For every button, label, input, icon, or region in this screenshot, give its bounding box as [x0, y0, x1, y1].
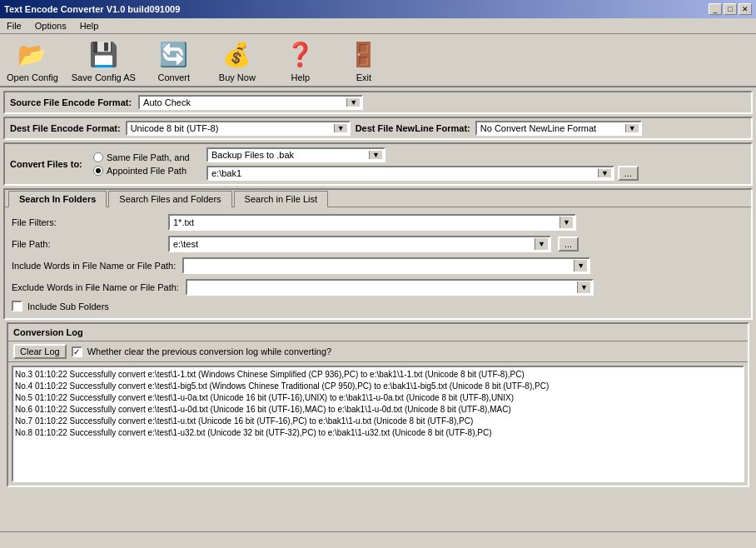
exit-button[interactable]: 🚪 Exit	[339, 37, 389, 82]
open-config-label: Open Config	[7, 72, 58, 82]
newline-format-combo[interactable]: No Convert NewLine Format ▼	[475, 121, 642, 136]
exclude-words-row: Exclude Words in File Name or File Path:…	[12, 279, 744, 296]
appointed-path-value: e:\bak1	[210, 168, 598, 178]
log-header: Conversion Log	[8, 324, 748, 341]
log-controls: Clear Log ✓ Whether clear the previous c…	[8, 341, 748, 362]
exit-label: Exit	[356, 72, 371, 82]
open-config-icon: 📂	[16, 37, 49, 71]
appointed-path-label: Appointed File Path	[107, 166, 187, 176]
menu-bar: File Options Help	[0, 18, 756, 34]
help-icon: ❓	[284, 37, 317, 71]
newline-format-value: No Convert NewLine Format	[479, 123, 625, 133]
file-filters-arrow[interactable]: ▼	[560, 217, 573, 228]
appointed-path-browse-button[interactable]: ...	[618, 166, 639, 181]
source-format-value: Auto Check	[142, 97, 346, 107]
convert-icon: 🔄	[157, 37, 191, 71]
include-words-label: Include Words in File Name or File Path:	[12, 261, 176, 271]
menu-help[interactable]: Help	[77, 20, 102, 32]
same-path-label: Same File Path, and	[107, 152, 190, 162]
file-filters-label: File Filters:	[12, 217, 162, 227]
status-bar	[0, 531, 756, 548]
main-content: Source File Encode Format: Auto Check ▼ …	[0, 87, 756, 491]
log-title: Conversion Log	[13, 327, 83, 337]
exclude-words-arrow[interactable]: ▼	[577, 281, 590, 293]
file-path-label: File Path:	[12, 239, 162, 249]
buy-now-button[interactable]: 💰 Buy Now	[212, 37, 262, 82]
appointed-path-option[interactable]: Appointed File Path	[93, 166, 201, 176]
window-title: Text Encode Converter V1.0 build091009	[4, 4, 180, 14]
exit-icon: 🚪	[347, 37, 380, 71]
log-entry: No.4 01:10:22 Successfully convert e:\te…	[15, 381, 741, 392]
file-path-row: File Path: e:\test ▼ ...	[12, 236, 744, 252]
dest-format-row: Dest File Encode Format: Unicode 8 bit (…	[3, 117, 753, 140]
log-entry: No.6 01:10:22 Successfully convert e:\te…	[15, 404, 741, 416]
file-filters-row: File Filters: 1*.txt ▼	[12, 214, 744, 231]
tabs-container: Search In Folders Search Files and Folde…	[3, 188, 753, 320]
tab-content-search-in-folders: File Filters: 1*.txt ▼ File Path: e:\tes…	[5, 207, 751, 318]
same-path-radio[interactable]	[93, 152, 103, 162]
include-sub-folders-row: Include Sub Folders	[12, 301, 744, 311]
help-button[interactable]: ❓ Help	[276, 37, 326, 82]
save-config-label: Save Config AS	[72, 72, 136, 82]
buy-now-label: Buy Now	[219, 72, 256, 82]
menu-file[interactable]: File	[3, 20, 25, 32]
clear-log-button[interactable]: Clear Log	[13, 344, 67, 359]
close-button[interactable]: ✕	[739, 3, 752, 15]
tab-search-files-and-folders[interactable]: Search Files and Folders	[108, 191, 231, 207]
convert-button[interactable]: 🔄 Convert	[149, 37, 199, 82]
file-filters-combo[interactable]: 1*.txt ▼	[168, 214, 576, 231]
minimize-button[interactable]: _	[709, 3, 722, 15]
backup-option-combo[interactable]: Backup Files to .bak ▼	[206, 147, 385, 162]
open-config-button[interactable]: 📂 Open Config	[7, 37, 58, 82]
appointed-path-arrow[interactable]: ▼	[598, 169, 611, 177]
exclude-words-label: Exclude Words in File Name or File Path:	[12, 282, 179, 292]
menu-options[interactable]: Options	[32, 20, 70, 32]
log-area[interactable]: No.3 01:10:22 Successfully convert e:\te…	[12, 366, 744, 482]
window-controls: _ □ ✕	[709, 3, 752, 15]
newline-format-arrow[interactable]: ▼	[625, 124, 639, 132]
help-label: Help	[291, 72, 311, 82]
include-sub-folders-checkbox[interactable]	[12, 301, 22, 311]
include-words-combo[interactable]: ▼	[182, 257, 590, 274]
toolbar: 📂 Open Config 💾 Save Config AS 🔄 Convert…	[0, 34, 756, 87]
tab-search-in-folders[interactable]: Search In Folders	[8, 191, 107, 207]
source-format-arrow[interactable]: ▼	[346, 98, 360, 107]
log-entry: No.5 01:10:22 Successfully convert e:\te…	[15, 392, 741, 404]
convert-files-to-row: Convert Files to: Same File Path, and Ap…	[3, 142, 753, 186]
source-format-label: Source File Encode Format:	[10, 97, 132, 107]
clear-log-checkbox-label: Whether clear the previous conversion lo…	[87, 346, 332, 356]
save-config-button[interactable]: 💾 Save Config AS	[72, 37, 136, 82]
convert-label: Convert	[158, 72, 191, 82]
log-entry: No.7 01:10:22 Successfully convert e:\te…	[15, 416, 741, 427]
dest-format-value: Unicode 8 bit (UTF-8)	[129, 123, 334, 133]
newline-format-label: Dest File NewLine Format:	[356, 123, 470, 133]
save-config-icon: 💾	[87, 37, 120, 71]
file-path-browse-button[interactable]: ...	[558, 237, 579, 252]
appointed-path-combo[interactable]: e:\bak1 ▼	[206, 166, 614, 181]
radio-group: Same File Path, and Appointed File Path	[93, 152, 201, 176]
file-path-arrow[interactable]: ▼	[535, 238, 548, 250]
dest-format-arrow[interactable]: ▼	[334, 124, 347, 132]
source-format-combo[interactable]: Auto Check ▼	[138, 95, 363, 110]
tab-search-in-file-list[interactable]: Search in File List	[234, 191, 328, 207]
exclude-words-combo[interactable]: ▼	[186, 279, 594, 296]
file-path-combo[interactable]: e:\test ▼	[168, 236, 551, 252]
file-filters-value: 1*.txt	[172, 217, 560, 227]
appointed-path-radio[interactable]	[93, 166, 103, 176]
convert-to-label: Convert Files to:	[10, 159, 93, 169]
title-bar: Text Encode Converter V1.0 build091009 _…	[0, 0, 756, 18]
include-words-row: Include Words in File Name or File Path:…	[12, 257, 744, 274]
same-path-option[interactable]: Same File Path, and	[93, 152, 201, 162]
source-format-row: Source File Encode Format: Auto Check ▼	[3, 91, 753, 114]
buy-now-icon: 💰	[221, 37, 254, 71]
maximize-button[interactable]: □	[724, 3, 737, 15]
conversion-log-section: Conversion Log Clear Log ✓ Whether clear…	[7, 322, 749, 487]
dest-format-label: Dest File Encode Format:	[10, 123, 121, 133]
include-words-arrow[interactable]: ▼	[574, 260, 587, 272]
include-sub-folders-label: Include Sub Folders	[27, 301, 109, 311]
dest-format-combo[interactable]: Unicode 8 bit (UTF-8) ▼	[126, 121, 351, 136]
backup-option-arrow[interactable]: ▼	[369, 151, 382, 159]
log-entry: No.3 01:10:22 Successfully convert e:\te…	[15, 369, 741, 381]
file-path-value: e:\test	[172, 239, 535, 249]
clear-log-checkbox[interactable]: ✓	[72, 346, 82, 357]
